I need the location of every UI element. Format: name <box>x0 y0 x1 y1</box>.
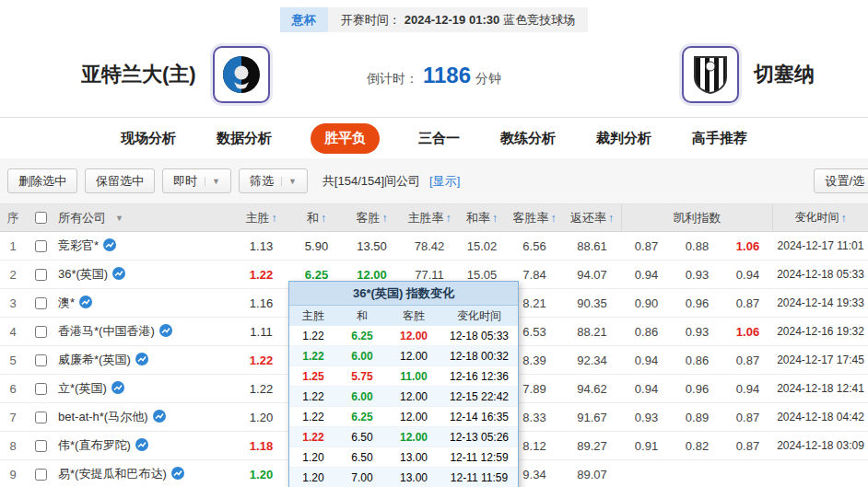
company-name[interactable]: 竞彩官* <box>58 238 99 254</box>
select-all-checkbox[interactable] <box>35 212 47 224</box>
league-badge[interactable]: 意杯 <box>280 7 328 32</box>
kelly-home: 0.87 <box>621 239 672 253</box>
home-odds[interactable]: 1.11 <box>232 325 290 339</box>
popup-history-row: 1.25 5.75 11.00 12-16 12:36 <box>289 366 518 387</box>
row-index: 4 <box>0 325 26 339</box>
odds-trend-icon[interactable] <box>171 467 184 482</box>
odds-trend-icon[interactable] <box>79 296 92 311</box>
popup-history-row: 1.20 6.50 13.00 12-11 12:59 <box>289 447 518 468</box>
away-odds[interactable]: 12.00 <box>343 268 401 282</box>
row-checkbox[interactable] <box>35 354 47 366</box>
col-header-draw-odds[interactable]: 和↑ <box>290 204 343 231</box>
row-checkbox[interactable] <box>35 297 47 309</box>
analysis-tab-bar: 现场分析 数据分析 胜平负 三合一 教练分析 裁判分析 高手推荐 <box>0 118 868 158</box>
company-name[interactable]: 立*(英国) <box>58 380 107 397</box>
settings-button[interactable]: 设置/选 <box>814 168 868 193</box>
row-checkbox[interactable] <box>35 412 47 423</box>
cesena-crest-icon <box>692 54 729 95</box>
home-odds[interactable]: 1.20 <box>232 411 290 424</box>
tab[interactable]: 胜平负 <box>311 123 380 154</box>
col-header-away-rate[interactable]: 客胜率↑ <box>506 204 563 231</box>
row-checkbox[interactable] <box>35 240 47 252</box>
return-rate: 92.34 <box>563 354 621 367</box>
col-header-home-odds[interactable]: 主胜↑ <box>232 204 290 231</box>
kelly-away: 0.87 <box>722 354 773 367</box>
draw-odds[interactable]: 5.90 <box>290 239 343 253</box>
row-checkbox[interactable] <box>35 269 47 281</box>
col-header-home-rate[interactable]: 主胜率↑ <box>401 204 458 231</box>
home-odds[interactable]: 1.22 <box>232 354 290 367</box>
col-header-draw-rate[interactable]: 和率↑ <box>458 204 506 231</box>
company-name[interactable]: 香港马*(中国香港) <box>58 323 155 340</box>
away-win-rate: 7.84 <box>506 268 563 282</box>
return-rate: 89.07 <box>563 468 621 481</box>
row-checkbox[interactable] <box>35 469 47 481</box>
company-name[interactable]: 澳* <box>58 295 75 311</box>
home-odds[interactable]: 1.18 <box>232 439 290 453</box>
company-cell: 威廉希*(英国) <box>55 352 232 368</box>
row-checkbox[interactable] <box>35 383 47 395</box>
row-index: 8 <box>0 439 26 453</box>
kelly-draw: 0.89 <box>672 411 722 424</box>
row-checkbox[interactable] <box>35 440 47 452</box>
show-link[interactable]: [显示] <box>429 173 460 190</box>
popup-draw-odds: 6.00 <box>337 350 387 363</box>
home-odds[interactable]: 1.20 <box>232 468 290 481</box>
col-header-change-time[interactable]: 变化时间↑ <box>773 204 868 231</box>
col-header-away-odds[interactable]: 客胜↑ <box>343 204 401 231</box>
col-header-company[interactable]: 所有公司▼ <box>55 210 232 226</box>
company-name[interactable]: 易*(安提瓜和巴布达) <box>58 466 167 482</box>
odds-trend-icon[interactable] <box>135 438 148 454</box>
return-rate: 88.21 <box>563 325 621 339</box>
kelly-away: 0.94 <box>722 268 773 282</box>
tab[interactable]: 高手推荐 <box>690 124 749 153</box>
row-checkbox[interactable] <box>35 326 47 338</box>
delete-selected-button[interactable]: 删除选中 <box>7 168 77 193</box>
popup-change-time: 12-15 22:42 <box>440 390 518 403</box>
row-index: 5 <box>0 354 26 367</box>
tab[interactable]: 裁判分析 <box>594 124 653 153</box>
keep-selected-button[interactable]: 保留选中 <box>85 168 155 193</box>
instant-odds-dropdown[interactable]: 即时▼ <box>162 168 231 193</box>
return-rate: 94.07 <box>563 268 621 282</box>
change-time: 2024-12-17 17:45 <box>773 354 868 366</box>
popup-history-row: 1.20 7.00 13.00 12-11 11:59 <box>289 468 518 487</box>
home-odds[interactable]: 1.16 <box>232 296 290 310</box>
odds-trend-icon[interactable] <box>112 267 125 283</box>
away-odds[interactable]: 13.50 <box>343 239 401 253</box>
popup-draw-odds: 6.50 <box>337 451 387 464</box>
home-odds[interactable]: 1.22 <box>232 382 290 396</box>
kelly-away: 0.87 <box>722 411 773 424</box>
company-name[interactable]: 威廉希*(英国) <box>58 352 131 368</box>
company-name[interactable]: 36*(英国) <box>58 266 108 283</box>
popup-home-odds: 1.22 <box>289 390 337 403</box>
company-filter-icon[interactable]: ▼ <box>115 214 123 223</box>
odds-trend-icon[interactable] <box>153 410 166 425</box>
popup-away-odds: 12.00 <box>387 350 440 363</box>
odds-trend-icon[interactable] <box>111 381 124 397</box>
countdown-value: 1186 <box>423 63 471 87</box>
company-cell: 易*(安提瓜和巴布达) <box>55 466 232 482</box>
company-name[interactable]: 伟*(直布罗陀) <box>58 437 131 454</box>
kelly-away: 0.87 <box>722 439 773 453</box>
filter-dropdown[interactable]: 筛选▼ <box>239 168 308 193</box>
popup-col-time: 变化时间 <box>440 308 518 324</box>
company-name[interactable]: bet-at-h*(马尔他) <box>58 409 148 425</box>
tab[interactable]: 数据分析 <box>215 124 274 153</box>
row-checkbox-cell <box>26 354 55 366</box>
home-odds[interactable]: 1.13 <box>232 239 290 253</box>
kelly-away: 0.87 <box>722 296 773 310</box>
tab[interactable]: 三合一 <box>416 124 462 153</box>
odds-trend-icon[interactable] <box>103 238 116 254</box>
odds-trend-icon[interactable] <box>135 353 148 368</box>
home-odds[interactable]: 1.22 <box>232 268 290 282</box>
odds-trend-icon[interactable] <box>159 324 172 340</box>
tab[interactable]: 现场分析 <box>119 124 178 153</box>
popup-draw-odds: 6.50 <box>337 431 387 444</box>
tab[interactable]: 教练分析 <box>499 124 557 153</box>
chevron-down-icon: ▼ <box>205 177 220 186</box>
kelly-draw: 0.86 <box>672 354 722 367</box>
col-header-return-rate[interactable]: 返还率↑ <box>563 204 621 231</box>
draw-odds[interactable]: 6.25 <box>290 268 343 282</box>
sort-up-icon: ↑ <box>841 212 847 225</box>
